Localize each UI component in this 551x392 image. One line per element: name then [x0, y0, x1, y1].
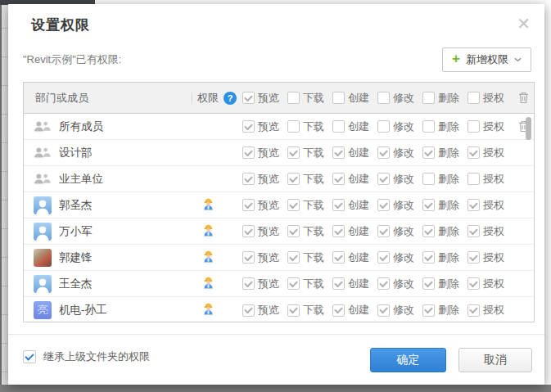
perm-checkbox-预览[interactable]: [242, 199, 255, 211]
perm-checkbox-修改[interactable]: [377, 304, 390, 317]
existing-permissions-label: "Revit示例"已有权限:: [23, 52, 121, 67]
perm-pair-授权: 授权: [467, 146, 513, 160]
perm-checkbox-创建[interactable]: [332, 92, 345, 104]
perm-checkbox-预览[interactable]: [242, 92, 255, 104]
perm-label: 创建: [348, 224, 369, 239]
perm-checkbox-下载[interactable]: [287, 225, 300, 237]
perm-checkbox-修改[interactable]: [377, 173, 390, 185]
perm-checkbox-删除[interactable]: [422, 173, 435, 185]
perm-checkbox-创建[interactable]: [332, 120, 345, 133]
perm-checkbox-下载[interactable]: [287, 251, 300, 264]
member-name: 郭建锋: [59, 250, 93, 265]
chevron-down-icon: [514, 57, 522, 62]
scrollbar-thumb[interactable]: [526, 117, 531, 140]
close-icon[interactable]: ✕: [513, 12, 534, 35]
perm-checkbox-创建[interactable]: [332, 146, 345, 159]
perm-label: 预览: [258, 224, 279, 239]
perm-pair-预览: 预览: [242, 224, 287, 239]
inherit-label: 继承上级文件夹的权限: [43, 349, 150, 364]
perm-checkbox-删除[interactable]: [422, 146, 435, 159]
perm-label: 下载: [303, 224, 324, 239]
perm-pair-预览: 预览: [242, 250, 287, 265]
perm-pair-下载: 下载: [287, 250, 332, 265]
perm-pair-修改: 修改: [377, 224, 422, 239]
perm-checkbox-预览[interactable]: [242, 277, 255, 290]
table-header: 部门或成员 权限 ? 预览下载创建修改删除授权: [24, 83, 534, 114]
permissions-table: 部门或成员 权限 ? 预览下载创建修改删除授权 所有成员预览下载创建修改删除授权…: [23, 82, 535, 322]
perm-checkbox-修改[interactable]: [377, 199, 390, 211]
perm-checkbox-授权[interactable]: [467, 304, 480, 317]
perm-checkbox-删除[interactable]: [422, 92, 435, 104]
perm-label: 创建: [348, 91, 369, 106]
perm-checkbox-删除[interactable]: [422, 120, 435, 133]
perm-checkbox-删除[interactable]: [422, 199, 435, 211]
perm-checkbox-预览[interactable]: [242, 120, 255, 133]
perm-pair-修改: 修改: [377, 146, 422, 160]
perm-label: 创建: [348, 250, 369, 265]
perm-checkbox-授权[interactable]: [467, 199, 480, 211]
perm-checkbox-修改[interactable]: [377, 251, 390, 264]
perm-label: 创建: [348, 119, 369, 134]
header-perm-list: 预览下载创建修改删除授权: [242, 91, 513, 106]
add-permission-button[interactable]: + 新增权限: [442, 47, 531, 72]
inherit-checkbox[interactable]: [23, 350, 36, 363]
perm-checkbox-下载[interactable]: [287, 277, 300, 290]
perm-pair-预览: 预览: [242, 146, 287, 160]
perm-checkbox-创建[interactable]: [332, 173, 345, 185]
perm-checkbox-修改[interactable]: [377, 120, 390, 133]
perm-checkbox-删除[interactable]: [422, 251, 435, 264]
perm-checkbox-授权[interactable]: [467, 225, 480, 237]
perm-checkbox-创建[interactable]: [332, 199, 345, 211]
ok-button[interactable]: 确定: [370, 348, 446, 372]
perm-checkbox-预览[interactable]: [242, 251, 255, 264]
user-avatar: [34, 196, 52, 214]
perm-checkbox-下载[interactable]: [287, 146, 300, 159]
perm-checkbox-授权[interactable]: [467, 120, 480, 133]
perm-checkbox-下载[interactable]: [287, 173, 300, 185]
name-column-header: 部门或成员: [24, 91, 192, 106]
perm-checkbox-删除[interactable]: [422, 225, 435, 237]
background-page-strip: [0, 0, 8, 392]
perm-label: 修改: [393, 172, 414, 187]
perm-label: 删除: [438, 277, 459, 291]
perm-checkbox-创建[interactable]: [332, 251, 345, 264]
perm-checkbox-授权[interactable]: [467, 277, 480, 290]
member-name: 郭圣杰: [59, 198, 93, 213]
perm-checkbox-授权[interactable]: [467, 251, 480, 264]
perm-checkbox-修改[interactable]: [377, 277, 390, 290]
perm-checkbox-预览[interactable]: [242, 304, 255, 317]
perm-checkbox-预览[interactable]: [242, 173, 255, 185]
perm-checkbox-修改[interactable]: [377, 225, 390, 237]
row-perm-list: 预览下载创建修改删除授权: [242, 119, 513, 134]
perm-label: 下载: [303, 146, 324, 160]
table-row: 业主单位预览下载创建修改删除授权: [24, 166, 534, 192]
perm-checkbox-删除[interactable]: [422, 304, 435, 317]
perm-checkbox-预览[interactable]: [242, 146, 255, 159]
perm-checkbox-删除[interactable]: [422, 277, 435, 290]
perm-checkbox-修改[interactable]: [377, 92, 390, 104]
perm-checkbox-创建[interactable]: [332, 225, 345, 237]
perm-checkbox-创建[interactable]: [332, 277, 345, 290]
perm-checkbox-下载[interactable]: [287, 199, 300, 211]
perm-pair-下载: 下载: [287, 303, 332, 318]
perm-checkbox-授权[interactable]: [467, 146, 480, 159]
perm-checkbox-创建[interactable]: [332, 304, 345, 317]
perm-pair-预览: 预览: [242, 198, 287, 213]
perm-pair-删除: 删除: [422, 198, 467, 213]
perm-label: 修改: [393, 146, 414, 160]
help-icon[interactable]: ?: [224, 92, 237, 105]
perm-checkbox-下载[interactable]: [287, 304, 300, 317]
perm-checkbox-修改[interactable]: [377, 146, 390, 159]
worker-badge-icon: [203, 302, 214, 318]
row-perm-list: 预览下载创建修改删除授权: [242, 277, 513, 291]
perm-checkbox-预览[interactable]: [242, 225, 255, 237]
row-perm-list: 预览下载创建修改删除授权: [242, 303, 513, 318]
perm-checkbox-授权[interactable]: [467, 173, 480, 185]
row-perm-list: 预览下载创建修改删除授权: [242, 146, 513, 160]
perm-pair-删除: 删除: [422, 146, 467, 160]
perm-checkbox-下载[interactable]: [287, 120, 300, 133]
perm-checkbox-授权[interactable]: [467, 92, 480, 104]
cancel-button[interactable]: 取消: [458, 348, 532, 372]
perm-checkbox-下载[interactable]: [287, 92, 300, 104]
delete-all-trash-icon[interactable]: [518, 92, 529, 104]
